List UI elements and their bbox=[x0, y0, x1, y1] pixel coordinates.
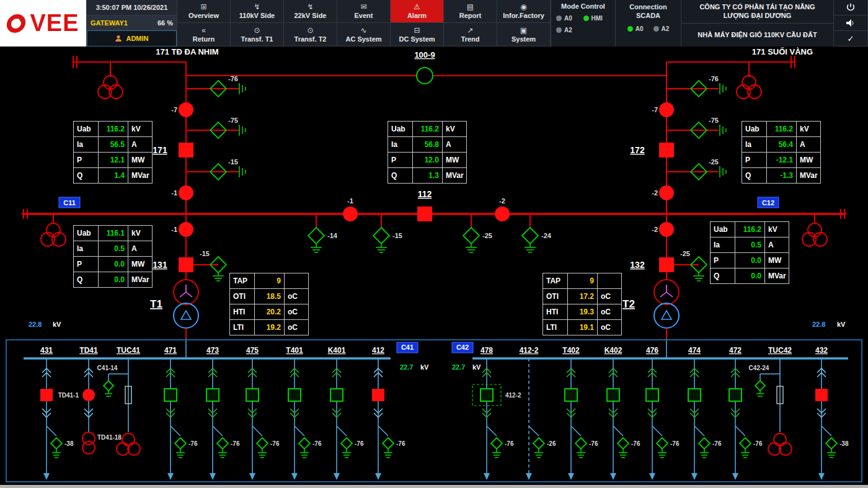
breaker-475[interactable] bbox=[246, 389, 259, 401]
breaker-t401[interactable] bbox=[288, 389, 301, 401]
earth-switch-k402[interactable] bbox=[618, 438, 629, 449]
earth-switch-431[interactable] bbox=[51, 438, 62, 449]
breaker-474[interactable] bbox=[688, 389, 701, 401]
breaker-472[interactable] bbox=[729, 389, 742, 401]
nav-transf-t1[interactable]: ⊙Transf. T1 bbox=[231, 23, 284, 47]
earth-switch-k401[interactable] bbox=[341, 438, 352, 449]
breaker-412[interactable] bbox=[372, 389, 384, 401]
earth-switch-14[interactable] bbox=[308, 228, 324, 244]
breaker-132[interactable] bbox=[659, 257, 674, 272]
nav-event[interactable]: ✉Event bbox=[337, 0, 391, 23]
feeder-label-473[interactable]: 473 bbox=[206, 346, 219, 355]
breaker-471[interactable] bbox=[164, 389, 177, 401]
breaker-t402[interactable] bbox=[565, 389, 577, 401]
breaker-431[interactable] bbox=[40, 389, 53, 401]
breaker-478[interactable] bbox=[480, 389, 493, 401]
sound-button[interactable] bbox=[834, 16, 867, 31]
bustie-switch-1[interactable] bbox=[343, 206, 358, 221]
earth-switch-15c[interactable] bbox=[373, 228, 389, 244]
breaker-171-7[interactable] bbox=[179, 102, 193, 117]
breaker-476[interactable] bbox=[646, 389, 658, 401]
nav-report[interactable]: ▤Report bbox=[444, 0, 497, 23]
nav-ac-system[interactable]: ∿AC System bbox=[337, 23, 391, 47]
feeder-label-471[interactable]: 471 bbox=[164, 346, 177, 355]
earth-switch-t402[interactable] bbox=[575, 438, 587, 449]
earth-switch-t401[interactable] bbox=[299, 438, 310, 449]
nav-alarm[interactable]: ⚠Alarm bbox=[391, 0, 444, 23]
feeder-label-412[interactable]: 412 bbox=[372, 346, 384, 355]
earth-switch-24[interactable] bbox=[522, 228, 538, 244]
table-cell: 0.5 bbox=[735, 237, 765, 252]
feeder-label-472[interactable]: 472 bbox=[729, 346, 742, 355]
transformer-t2-secondary[interactable] bbox=[654, 303, 679, 328]
nav-22kv-side[interactable]: ↯22kV Side bbox=[284, 0, 337, 23]
breaker-td41[interactable] bbox=[82, 389, 95, 401]
feeder-label-475[interactable]: 475 bbox=[246, 346, 259, 355]
nav-infor-factory[interactable]: ◉Infor.Factory bbox=[497, 0, 551, 23]
breaker-131[interactable] bbox=[179, 257, 193, 272]
disconnector-tuc42[interactable] bbox=[755, 381, 765, 391]
disconnector-tuc41[interactable] bbox=[104, 381, 113, 391]
feeder-label-t401[interactable]: T401 bbox=[286, 346, 303, 355]
feeder-label-td41[interactable]: TD41 bbox=[79, 346, 98, 355]
earth-switch-475[interactable] bbox=[257, 438, 268, 449]
table-row: TAP9 bbox=[230, 273, 308, 289]
breaker-171-1[interactable] bbox=[179, 185, 193, 200]
breaker-171[interactable] bbox=[179, 143, 193, 157]
switch-label-171-1: -1 bbox=[171, 189, 177, 197]
feeder-label-tuc41[interactable]: TUC41 bbox=[117, 346, 140, 355]
nav-transf-t2-label: Transf. T2 bbox=[294, 35, 327, 43]
earth-switch-432[interactable] bbox=[826, 438, 837, 449]
breaker-172-2[interactable] bbox=[659, 185, 674, 200]
nav-overview[interactable]: ⊞Overview bbox=[177, 0, 231, 23]
breaker-112[interactable] bbox=[417, 206, 432, 221]
earth-switch-412[interactable] bbox=[383, 438, 394, 449]
feeder-label-k401[interactable]: K401 bbox=[328, 346, 346, 355]
feeder-label-474[interactable]: 474 bbox=[688, 346, 701, 355]
nav-transf-t2[interactable]: ⊙Transf. T2 bbox=[284, 23, 337, 47]
nav-dc-system[interactable]: ⊟DC System bbox=[391, 23, 444, 47]
earth-switch-472[interactable] bbox=[740, 438, 751, 449]
breaker-131-1[interactable] bbox=[179, 222, 193, 237]
nav-system[interactable]: ▣System bbox=[497, 23, 551, 47]
transformer-t1-secondary[interactable] bbox=[174, 303, 198, 328]
breaker-k401[interactable] bbox=[330, 389, 343, 401]
earth-switch-476[interactable] bbox=[657, 438, 668, 449]
transformer-tuc42[interactable] bbox=[774, 433, 786, 446]
feeder-label-tuc42[interactable]: TUC42 bbox=[768, 346, 792, 355]
switch-label-172-2: -2 bbox=[652, 189, 658, 197]
breaker-100-9[interactable] bbox=[417, 68, 433, 84]
earth-switch-471[interactable] bbox=[175, 438, 186, 449]
breaker-132-2[interactable] bbox=[659, 222, 674, 237]
feeder-label-478[interactable]: 478 bbox=[480, 346, 493, 355]
transformer-tuc41[interactable] bbox=[122, 433, 135, 446]
breaker-172-7[interactable] bbox=[659, 102, 674, 117]
feeder-label-431[interactable]: 431 bbox=[40, 346, 53, 355]
earth-switch-473[interactable] bbox=[217, 438, 228, 449]
feeder-label-476[interactable]: 476 bbox=[646, 346, 658, 355]
earth-switch-478[interactable] bbox=[491, 438, 502, 449]
feeder-label-t402[interactable]: T402 bbox=[562, 346, 580, 355]
earth-switch-474[interactable] bbox=[699, 438, 710, 449]
company-line1: CÔNG TY CỔ PHẦN TÁI TẠO NĂNG LƯỢNG ĐẠI D… bbox=[681, 0, 833, 24]
breaker-432[interactable] bbox=[815, 389, 828, 401]
breaker-473[interactable] bbox=[206, 389, 219, 401]
breaker-k402[interactable] bbox=[607, 389, 619, 401]
confirm-button[interactable]: ✓ bbox=[834, 31, 867, 47]
power-button[interactable] bbox=[834, 0, 867, 16]
earth-switch-412-2[interactable] bbox=[533, 438, 544, 449]
nav-trend[interactable]: ↗Trend bbox=[444, 23, 497, 47]
feeder-label-412-2[interactable]: 412-2 bbox=[520, 346, 539, 355]
nav-return[interactable]: «Return bbox=[177, 23, 231, 47]
table-cell: MW bbox=[443, 153, 466, 167]
feeder-label-k402[interactable]: K402 bbox=[604, 346, 622, 355]
feeder-label-432[interactable]: 432 bbox=[815, 346, 828, 355]
bustie-switch-2[interactable] bbox=[495, 206, 510, 221]
user-badge[interactable]: ADMIN bbox=[87, 30, 177, 47]
nav-110kv-side[interactable]: ↯110kV Side bbox=[231, 0, 284, 23]
feeders: 431-38TD41TD41-1TD41-18TUC41C41-14471-76… bbox=[40, 346, 849, 480]
earth-switch-25c[interactable] bbox=[463, 228, 479, 244]
label-t402-switch: -76 bbox=[589, 440, 598, 447]
breaker-172[interactable] bbox=[659, 143, 674, 157]
switch-label-tie-1: -1 bbox=[347, 197, 353, 205]
